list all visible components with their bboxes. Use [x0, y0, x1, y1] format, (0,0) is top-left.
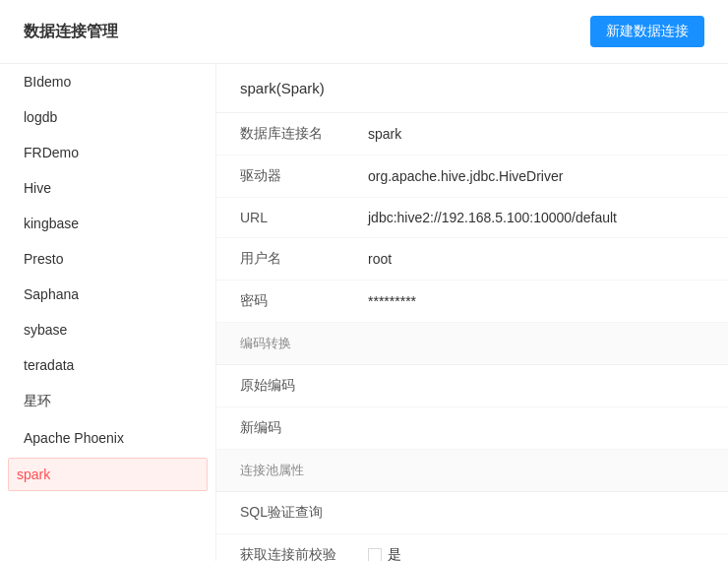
field-label: 原始编码	[240, 377, 368, 395]
sidebar-item-teradata[interactable]: teradata	[0, 347, 215, 383]
detail-row: 驱动器org.apache.hive.jdbc.HiveDriver	[216, 156, 728, 198]
detail-row: 原始编码	[216, 365, 728, 407]
detail-row: 密码*********	[216, 280, 728, 323]
sidebar-item-kingbase[interactable]: kingbase	[0, 206, 215, 241]
detail-row: URLjdbc:hive2://192.168.5.100:10000/defa…	[216, 198, 728, 238]
detail-row: 新编码	[216, 407, 728, 450]
detail-row: 用户名root	[216, 238, 728, 280]
connection-title: spark(Spark)	[216, 64, 728, 113]
main-layout: BIdemologdbFRDemoHivekingbasePrestoSapha…	[0, 64, 728, 561]
field-value: spark	[368, 126, 704, 142]
field-label: 驱动器	[240, 167, 368, 185]
field-label: 获取连接前校验	[240, 546, 368, 561]
field-value: root	[368, 251, 704, 267]
sidebar-item-ApachePhoenix[interactable]: Apache Phoenix	[0, 420, 215, 456]
field-label: 用户名	[240, 250, 368, 268]
sidebar-item-Presto[interactable]: Presto	[0, 241, 215, 277]
sidebar-item-BIdemo[interactable]: BIdemo	[0, 64, 215, 99]
detail-row: 数据库连接名spark	[216, 113, 728, 156]
detail-table: 数据库连接名spark驱动器org.apache.hive.jdbc.HiveD…	[216, 113, 728, 561]
field-label: 新编码	[240, 419, 368, 437]
field-label: URL	[240, 210, 368, 225]
sidebar-item-Saphana[interactable]: Saphana	[0, 277, 215, 312]
sidebar: BIdemologdbFRDemoHivekingbasePrestoSapha…	[0, 64, 216, 561]
page-title: 数据连接管理	[24, 22, 118, 42]
section-label: 编码转换	[240, 335, 291, 352]
field-value: org.apache.hive.jdbc.HiveDriver	[368, 168, 704, 184]
detail-row: 获取连接前校验是	[216, 534, 728, 561]
content-panel: spark(Spark) 数据库连接名spark驱动器org.apache.hi…	[216, 64, 728, 561]
section-header: 编码转换	[216, 323, 728, 365]
section-label: 连接池属性	[240, 462, 304, 479]
sidebar-item-sybase[interactable]: sybase	[0, 312, 215, 347]
sidebar-item-FRDemo[interactable]: FRDemo	[0, 135, 215, 170]
detail-row: SQL验证查询	[216, 492, 728, 534]
field-label: SQL验证查询	[240, 504, 368, 522]
field-label: 密码	[240, 292, 368, 310]
sidebar-item-spark[interactable]: spark	[8, 458, 208, 491]
field-value: jdbc:hive2://192.168.5.100:10000/default	[368, 210, 704, 225]
sidebar-item-logdb[interactable]: logdb	[0, 99, 215, 135]
page-header: 数据连接管理 新建数据连接	[0, 0, 728, 64]
sidebar-item-xinghuan[interactable]: 星环	[0, 383, 215, 420]
checkbox-icon[interactable]	[368, 548, 382, 561]
field-label: 数据库连接名	[240, 125, 368, 143]
sidebar-item-Hive[interactable]: Hive	[0, 170, 215, 206]
section-header: 连接池属性	[216, 450, 728, 492]
field-value: 是	[368, 546, 704, 561]
new-connection-button[interactable]: 新建数据连接	[590, 16, 704, 47]
field-value: *********	[368, 293, 704, 309]
